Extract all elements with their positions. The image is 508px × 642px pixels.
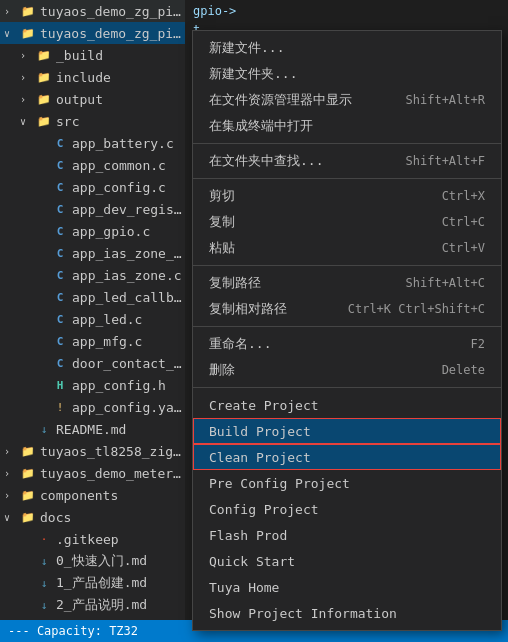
tree-label-quick_start: 0_快速入门.md [56, 552, 147, 570]
tree-item-door_contact_callback[interactable]: Cdoor_contact_callbac [0, 352, 185, 374]
menu-item-create-project[interactable]: Create Project [193, 392, 501, 418]
tree-label-gitkeep: .gitkeep [56, 532, 119, 547]
tree-item-app_ias_zone[interactable]: Capp_ias_zone.c [0, 264, 185, 286]
folder-icon-include: 📁 [36, 69, 52, 85]
tree-item-gitkeep[interactable]: ·.gitkeep [0, 528, 185, 550]
folder-icon-components: 📁 [20, 487, 36, 503]
menu-item-open-terminal[interactable]: 在集成终端中打开 [193, 113, 501, 139]
tree-label-app_dev_register: app_dev_register.c [72, 202, 185, 217]
tree-item-quick_start[interactable]: ↓0_快速入门.md [0, 550, 185, 572]
tree-arrow-components: › [4, 490, 20, 501]
tree-label-tuyaos_tl8258: tuyaos_tl8258_zigbee_pi [40, 444, 185, 459]
menu-item-delete[interactable]: 删除Delete [193, 357, 501, 383]
menu-label-delete: 删除 [209, 361, 235, 379]
menu-shortcut-cut: Ctrl+X [442, 189, 485, 203]
tree-arrow-tuyaos_demo_zg_pir_tl: ∨ [4, 28, 20, 39]
c-icon-app_gpio: C [52, 223, 68, 239]
folder-icon-output: 📁 [36, 91, 52, 107]
tree-item-app_common[interactable]: Capp_common.c [0, 154, 185, 176]
tree-item-product_create[interactable]: ↓1_产品创建.md [0, 572, 185, 594]
tree-label-tuyaos_demo_zg_pir_phy: tuyaos_demo_zg_pir_phy [40, 4, 185, 19]
menu-item-tuya-home[interactable]: Tuya Home [193, 574, 501, 600]
tree-item-tuyaos_demo_zg_pir_tl[interactable]: ∨📁tuyaos_demo_zg_pir_tl [0, 22, 185, 44]
c-icon-app_dev_register: C [52, 201, 68, 217]
menu-label-copy-relative-path: 复制相对路径 [209, 300, 287, 318]
menu-item-new-file[interactable]: 新建文件... [193, 35, 501, 61]
menu-shortcut-find-in-folder: Shift+Alt+F [406, 154, 485, 168]
tree-arrow-_build: › [20, 50, 36, 61]
menu-item-cut[interactable]: 剪切Ctrl+X [193, 183, 501, 209]
menu-label-tuya-home: Tuya Home [209, 580, 279, 595]
c-icon-app_ias_zone: C [52, 267, 68, 283]
folder-icon-tuyaos_demo_zg_pir_phy: 📁 [20, 3, 36, 19]
tree-item-docs[interactable]: ∨📁docs [0, 506, 185, 528]
tree-item-include[interactable]: ›📁include [0, 66, 185, 88]
menu-label-paste: 粘贴 [209, 239, 235, 257]
c-icon-app_config_c: C [52, 179, 68, 195]
tree-item-product_desc[interactable]: ↓2_产品说明.md [0, 594, 185, 616]
menu-separator-sep1 [193, 143, 501, 144]
context-menu: 新建文件...新建文件夹...在文件资源管理器中显示Shift+Alt+R在集成… [192, 30, 502, 631]
tree-arrow-src: ∨ [20, 116, 36, 127]
menu-shortcut-show-explorer: Shift+Alt+R [406, 93, 485, 107]
tree-item-components[interactable]: ›📁components [0, 484, 185, 506]
tree-item-app_battery[interactable]: Capp_battery.c [0, 132, 185, 154]
menu-item-copy-relative-path[interactable]: 复制相对路径Ctrl+K Ctrl+Shift+C [193, 296, 501, 322]
tree-item-app_dev_register[interactable]: Capp_dev_register.c [0, 198, 185, 220]
menu-item-rename[interactable]: 重命名...F2 [193, 331, 501, 357]
menu-item-flash-prod[interactable]: Flash Prod [193, 522, 501, 548]
tree-item-tuyaos_tl8258[interactable]: ›📁tuyaos_tl8258_zigbee_pi [0, 440, 185, 462]
tree-label-door_contact_callback: door_contact_callbac [72, 356, 185, 371]
menu-item-show-explorer[interactable]: 在文件资源管理器中显示Shift+Alt+R [193, 87, 501, 113]
tree-item-app_ias_zone_attribu[interactable]: Capp_ias_zone_attribu [0, 242, 185, 264]
tree-item-src[interactable]: ∨📁src [0, 110, 185, 132]
tree-label-src: src [56, 114, 79, 129]
tree-item-app_led[interactable]: Capp_led.c [0, 308, 185, 330]
md-icon-readme: ↓ [36, 421, 52, 437]
menu-item-build-project[interactable]: Build Project [193, 418, 501, 444]
tree-item-output[interactable]: ›📁output [0, 88, 185, 110]
tree-label-readme: README.md [56, 422, 126, 437]
tree-label-app_ias_zone: app_ias_zone.c [72, 268, 182, 283]
menu-item-copy-path[interactable]: 复制路径Shift+Alt+C [193, 270, 501, 296]
tree-label-app_config_c: app_config.c [72, 180, 166, 195]
gitkeep-icon-gitkeep: · [36, 531, 52, 547]
folder-icon-src: 📁 [36, 113, 52, 129]
menu-item-pre-config[interactable]: Pre Config Project [193, 470, 501, 496]
menu-item-paste[interactable]: 粘贴Ctrl+V [193, 235, 501, 261]
tree-item-_build[interactable]: ›📁_build [0, 44, 185, 66]
menu-item-new-folder[interactable]: 新建文件夹... [193, 61, 501, 87]
menu-item-config-project[interactable]: Config Project [193, 496, 501, 522]
menu-item-quick-start[interactable]: Quick Start [193, 548, 501, 574]
menu-item-show-project-info[interactable]: Show Project Information [193, 600, 501, 626]
h-icon-app_config_h: H [52, 377, 68, 393]
md-icon-product_create: ↓ [36, 575, 52, 591]
tree-label-app_led_callback: app_led_callback.c [72, 290, 185, 305]
tree-item-readme[interactable]: ↓README.md [0, 418, 185, 440]
menu-shortcut-delete: Delete [442, 363, 485, 377]
menu-shortcut-copy-path: Shift+Alt+C [406, 276, 485, 290]
menu-label-cut: 剪切 [209, 187, 235, 205]
tree-label-tuyaos_demo_meter: tuyaos_demo_meter_soc [40, 466, 185, 481]
tree-label-_build: _build [56, 48, 103, 63]
tree-item-tuyaos_demo_meter[interactable]: ›📁tuyaos_demo_meter_soc [0, 462, 185, 484]
tree-item-app_config_h[interactable]: Happ_config.h [0, 374, 185, 396]
status-text: --- Capacity: TZ32 [8, 624, 138, 638]
menu-separator-sep2 [193, 178, 501, 179]
menu-label-rename: 重命名... [209, 335, 271, 353]
tree-item-app_gpio[interactable]: Capp_gpio.c [0, 220, 185, 242]
menu-label-show-project-info: Show Project Information [209, 606, 397, 621]
menu-item-copy[interactable]: 复制Ctrl+C [193, 209, 501, 235]
tree-item-app_config_yaml[interactable]: !app_config.yaml [0, 396, 185, 418]
menu-item-clean-project[interactable]: Clean Project [193, 444, 501, 470]
c-icon-app_mfg: C [52, 333, 68, 349]
tree-item-tuyaos_demo_zg_pir_phy[interactable]: ›📁tuyaos_demo_zg_pir_phy [0, 0, 185, 22]
menu-label-flash-prod: Flash Prod [209, 528, 287, 543]
menu-item-find-in-folder[interactable]: 在文件夹中查找...Shift+Alt+F [193, 148, 501, 174]
tree-label-tuyaos_demo_zg_pir_tl: tuyaos_demo_zg_pir_tl [40, 26, 185, 41]
tree-item-app_mfg[interactable]: Capp_mfg.c [0, 330, 185, 352]
tree-item-app_led_callback[interactable]: Capp_led_callback.c [0, 286, 185, 308]
folder-icon-docs: 📁 [20, 509, 36, 525]
tree-item-app_config_c[interactable]: Capp_config.c [0, 176, 185, 198]
tree-label-app_config_h: app_config.h [72, 378, 166, 393]
